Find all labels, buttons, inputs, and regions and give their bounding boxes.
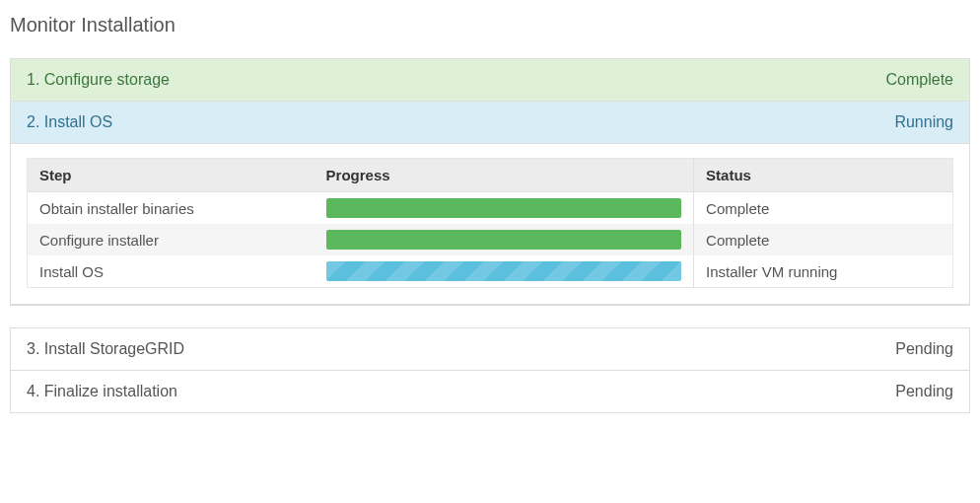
stage-status: Pending (895, 340, 953, 358)
step-status: Complete (694, 192, 953, 225)
stage-install-storagegrid[interactable]: 3. Install StorageGRID Pending (11, 328, 969, 371)
step-name: Configure installer (28, 224, 315, 255)
stage-title: 3. Install StorageGRID (27, 340, 184, 358)
col-header-status: Status (694, 159, 953, 192)
progress-bar (326, 198, 681, 218)
stages-panel-lower: 3. Install StorageGRID Pending 4. Finali… (10, 327, 970, 413)
col-header-step: Step (28, 159, 315, 192)
steps-panel: Step Progress Status Obtain installer bi… (11, 144, 969, 305)
step-status: Installer VM running (694, 255, 953, 288)
steps-table: Step Progress Status Obtain installer bi… (27, 158, 953, 288)
stage-title: 1. Configure storage (27, 71, 170, 89)
stage-finalize-installation[interactable]: 4. Finalize installation Pending (11, 371, 969, 412)
stage-status: Running (894, 113, 953, 131)
table-row: Obtain installer binaries Complete (28, 192, 953, 225)
step-progress (315, 224, 694, 255)
step-name: Install OS (28, 255, 315, 288)
stage-status: Complete (886, 71, 953, 89)
col-header-progress: Progress (315, 159, 694, 192)
stage-install-os[interactable]: 2. Install OS Running (11, 102, 969, 144)
stage-title: 2. Install OS (27, 113, 112, 131)
step-progress (315, 192, 694, 225)
stage-status: Pending (895, 383, 953, 400)
progress-bar (326, 230, 681, 250)
step-status: Complete (694, 224, 953, 255)
stage-configure-storage[interactable]: 1. Configure storage Complete (11, 59, 969, 102)
step-progress (315, 255, 694, 288)
stages-panel-upper: 1. Configure storage Complete 2. Install… (10, 58, 970, 306)
progress-bar (326, 261, 681, 281)
page-title: Monitor Installation (10, 14, 970, 36)
stage-title: 4. Finalize installation (27, 383, 177, 400)
step-name: Obtain installer binaries (28, 192, 315, 225)
table-row: Install OS Installer VM running (28, 255, 953, 288)
table-row: Configure installer Complete (28, 224, 953, 255)
